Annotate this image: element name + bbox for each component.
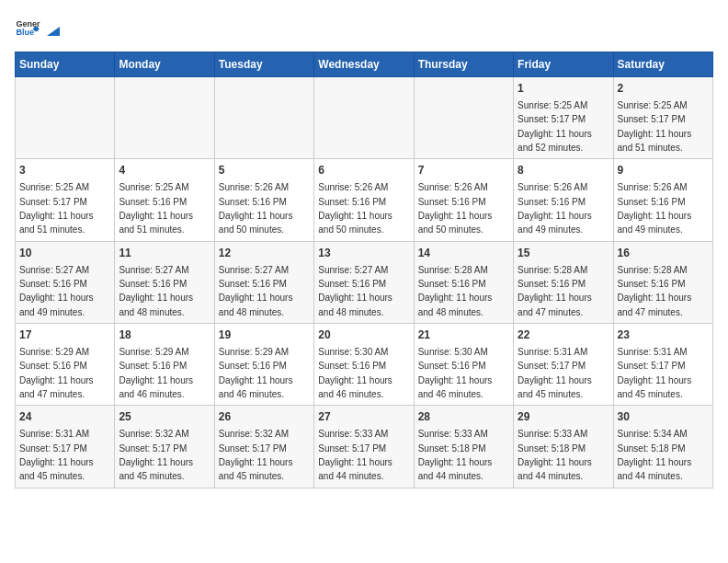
day-detail: Sunrise: 5:25 AM Sunset: 5:17 PM Dayligh… — [19, 182, 94, 235]
calendar-cell: 11Sunrise: 5:27 AM Sunset: 5:16 PM Dayli… — [115, 241, 214, 323]
day-detail: Sunrise: 5:28 AM Sunset: 5:16 PM Dayligh… — [418, 265, 493, 317]
calendar-week-row: 24Sunrise: 5:31 AM Sunset: 5:17 PM Dayli… — [16, 406, 713, 488]
calendar-cell — [16, 77, 115, 159]
calendar-cell: 27Sunrise: 5:33 AM Sunset: 5:17 PM Dayli… — [314, 406, 414, 488]
calendar-cell: 15Sunrise: 5:28 AM Sunset: 5:16 PM Dayli… — [514, 241, 613, 323]
svg-text:Blue: Blue — [16, 28, 34, 37]
day-number: 6 — [318, 163, 409, 178]
day-detail: Sunrise: 5:29 AM Sunset: 5:16 PM Dayligh… — [119, 347, 193, 399]
day-number: 28 — [418, 409, 509, 425]
calendar-cell: 5Sunrise: 5:26 AM Sunset: 5:16 PM Daylig… — [214, 159, 313, 241]
day-number: 24 — [19, 409, 110, 425]
day-number: 11 — [119, 246, 210, 261]
day-detail: Sunrise: 5:32 AM Sunset: 5:17 PM Dayligh… — [119, 429, 193, 481]
column-header-tuesday: Tuesday — [214, 52, 313, 77]
calendar-week-row: 10Sunrise: 5:27 AM Sunset: 5:16 PM Dayli… — [16, 241, 713, 323]
day-number: 8 — [518, 163, 609, 178]
logo-icon: General Blue — [15, 15, 40, 40]
calendar-cell: 2Sunrise: 5:25 AM Sunset: 5:17 PM Daylig… — [613, 77, 712, 159]
calendar-header-row: SundayMondayTuesdayWednesdayThursdayFrid… — [16, 52, 713, 77]
day-number: 26 — [219, 409, 310, 425]
day-number: 7 — [418, 163, 509, 178]
calendar-cell — [414, 77, 513, 159]
day-number: 18 — [119, 327, 210, 343]
day-detail: Sunrise: 5:30 AM Sunset: 5:16 PM Dayligh… — [418, 347, 493, 399]
day-detail: Sunrise: 5:26 AM Sunset: 5:16 PM Dayligh… — [318, 182, 392, 235]
day-detail: Sunrise: 5:28 AM Sunset: 5:16 PM Dayligh… — [618, 265, 692, 317]
calendar-cell: 9Sunrise: 5:26 AM Sunset: 5:16 PM Daylig… — [613, 159, 712, 241]
calendar-cell: 23Sunrise: 5:31 AM Sunset: 5:17 PM Dayli… — [613, 324, 712, 406]
calendar-cell — [214, 77, 313, 159]
day-number: 15 — [518, 246, 609, 261]
day-number: 30 — [618, 409, 709, 425]
calendar-cell: 25Sunrise: 5:32 AM Sunset: 5:17 PM Dayli… — [115, 406, 214, 488]
day-detail: Sunrise: 5:26 AM Sunset: 5:16 PM Dayligh… — [618, 182, 692, 235]
day-detail: Sunrise: 5:27 AM Sunset: 5:16 PM Dayligh… — [19, 265, 94, 317]
day-number: 10 — [19, 246, 110, 261]
calendar-cell: 14Sunrise: 5:28 AM Sunset: 5:16 PM Dayli… — [414, 241, 513, 323]
calendar-cell: 10Sunrise: 5:27 AM Sunset: 5:16 PM Dayli… — [16, 241, 115, 323]
day-number: 19 — [219, 327, 310, 343]
calendar-cell: 19Sunrise: 5:29 AM Sunset: 5:16 PM Dayli… — [214, 324, 313, 406]
day-number: 21 — [418, 327, 509, 343]
day-detail: Sunrise: 5:26 AM Sunset: 5:16 PM Dayligh… — [418, 182, 493, 235]
day-detail: Sunrise: 5:28 AM Sunset: 5:16 PM Dayligh… — [518, 265, 592, 317]
calendar-cell — [314, 77, 414, 159]
day-number: 1 — [518, 81, 609, 97]
day-number: 5 — [219, 163, 310, 178]
calendar-cell: 12Sunrise: 5:27 AM Sunset: 5:16 PM Dayli… — [214, 241, 313, 323]
day-number: 2 — [618, 81, 709, 97]
day-number: 29 — [518, 409, 609, 425]
column-header-saturday: Saturday — [613, 52, 712, 77]
calendar-cell: 22Sunrise: 5:31 AM Sunset: 5:17 PM Dayli… — [514, 324, 613, 406]
day-detail: Sunrise: 5:31 AM Sunset: 5:17 PM Dayligh… — [618, 347, 692, 399]
calendar-cell: 30Sunrise: 5:34 AM Sunset: 5:18 PM Dayli… — [613, 406, 712, 488]
calendar-cell: 6Sunrise: 5:26 AM Sunset: 5:16 PM Daylig… — [314, 159, 414, 241]
logo: General Blue — [15, 15, 63, 40]
day-detail: Sunrise: 5:31 AM Sunset: 5:17 PM Dayligh… — [518, 347, 592, 399]
calendar-cell: 16Sunrise: 5:28 AM Sunset: 5:16 PM Dayli… — [613, 241, 712, 323]
day-number: 9 — [618, 163, 709, 178]
day-detail: Sunrise: 5:27 AM Sunset: 5:16 PM Dayligh… — [318, 265, 392, 317]
calendar-cell — [115, 77, 214, 159]
day-detail: Sunrise: 5:33 AM Sunset: 5:17 PM Dayligh… — [318, 429, 392, 481]
calendar-week-row: 3Sunrise: 5:25 AM Sunset: 5:17 PM Daylig… — [16, 159, 713, 241]
calendar-cell: 21Sunrise: 5:30 AM Sunset: 5:16 PM Dayli… — [414, 324, 513, 406]
day-number: 14 — [418, 246, 509, 261]
day-detail: Sunrise: 5:26 AM Sunset: 5:16 PM Dayligh… — [219, 182, 293, 235]
column-header-wednesday: Wednesday — [314, 52, 414, 77]
day-number: 4 — [119, 163, 210, 178]
calendar-cell: 26Sunrise: 5:32 AM Sunset: 5:17 PM Dayli… — [214, 406, 313, 488]
calendar-cell: 8Sunrise: 5:26 AM Sunset: 5:16 PM Daylig… — [514, 159, 613, 241]
column-header-friday: Friday — [514, 52, 613, 77]
calendar-cell: 4Sunrise: 5:25 AM Sunset: 5:16 PM Daylig… — [115, 159, 214, 241]
day-number: 12 — [219, 246, 310, 261]
day-detail: Sunrise: 5:33 AM Sunset: 5:18 PM Dayligh… — [518, 429, 592, 481]
day-number: 22 — [518, 327, 609, 343]
calendar-cell: 17Sunrise: 5:29 AM Sunset: 5:16 PM Dayli… — [16, 324, 115, 406]
day-detail: Sunrise: 5:34 AM Sunset: 5:18 PM Dayligh… — [618, 429, 692, 481]
day-number: 20 — [318, 327, 409, 343]
day-detail: Sunrise: 5:32 AM Sunset: 5:17 PM Dayligh… — [219, 429, 293, 481]
calendar-week-row: 17Sunrise: 5:29 AM Sunset: 5:16 PM Dayli… — [16, 324, 713, 406]
day-number: 23 — [618, 327, 709, 343]
day-detail: Sunrise: 5:25 AM Sunset: 5:17 PM Dayligh… — [518, 100, 592, 153]
day-detail: Sunrise: 5:29 AM Sunset: 5:16 PM Dayligh… — [19, 347, 94, 399]
day-detail: Sunrise: 5:30 AM Sunset: 5:16 PM Dayligh… — [318, 347, 392, 399]
calendar-cell: 7Sunrise: 5:26 AM Sunset: 5:16 PM Daylig… — [414, 159, 513, 241]
calendar-cell: 18Sunrise: 5:29 AM Sunset: 5:16 PM Dayli… — [115, 324, 214, 406]
day-detail: Sunrise: 5:25 AM Sunset: 5:16 PM Dayligh… — [119, 182, 193, 235]
column-header-thursday: Thursday — [414, 52, 513, 77]
calendar-week-row: 1Sunrise: 5:25 AM Sunset: 5:17 PM Daylig… — [16, 77, 713, 159]
day-detail: Sunrise: 5:33 AM Sunset: 5:18 PM Dayligh… — [418, 429, 493, 481]
calendar-cell: 24Sunrise: 5:31 AM Sunset: 5:17 PM Dayli… — [16, 406, 115, 488]
calendar-table: SundayMondayTuesdayWednesdayThursdayFrid… — [15, 52, 713, 488]
calendar-cell: 3Sunrise: 5:25 AM Sunset: 5:17 PM Daylig… — [16, 159, 115, 241]
day-detail: Sunrise: 5:25 AM Sunset: 5:17 PM Dayligh… — [618, 100, 692, 153]
column-header-monday: Monday — [115, 52, 214, 77]
day-detail: Sunrise: 5:31 AM Sunset: 5:17 PM Dayligh… — [19, 429, 94, 481]
calendar-cell: 29Sunrise: 5:33 AM Sunset: 5:18 PM Dayli… — [514, 406, 613, 488]
calendar-cell: 1Sunrise: 5:25 AM Sunset: 5:17 PM Daylig… — [514, 77, 613, 159]
svg-marker-2 — [47, 27, 60, 36]
day-detail: Sunrise: 5:29 AM Sunset: 5:16 PM Dayligh… — [219, 347, 293, 399]
